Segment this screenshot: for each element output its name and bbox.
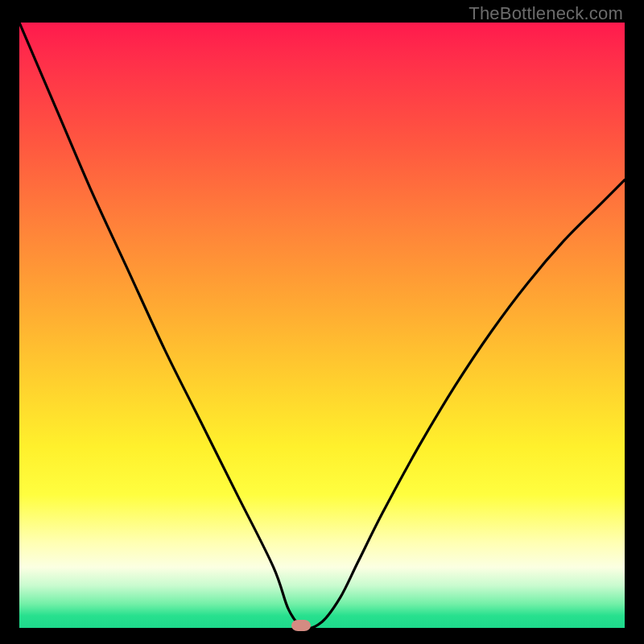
- chart-frame: [19, 23, 625, 628]
- bottleneck-curve: [19, 23, 625, 628]
- optimum-marker: [291, 620, 311, 631]
- watermark-text: TheBottleneck.com: [469, 3, 623, 24]
